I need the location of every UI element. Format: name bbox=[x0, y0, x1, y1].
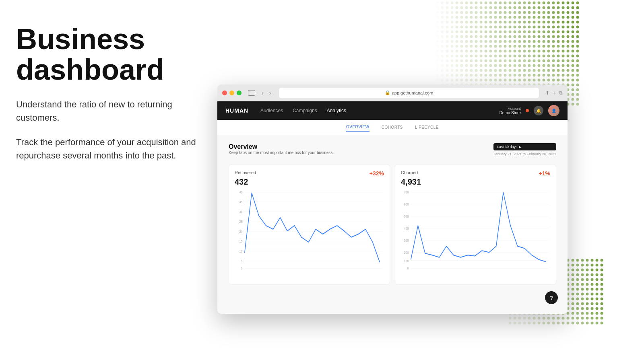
account-info: Account Demo Store bbox=[500, 107, 521, 115]
paragraph-1: Understand the ratio of new to returning… bbox=[16, 98, 201, 124]
overview-header: Overview Keep tabs on the most important… bbox=[229, 143, 556, 162]
chart-change-churned: +1% bbox=[539, 170, 550, 177]
svg-text:25: 25 bbox=[239, 220, 243, 224]
traffic-lights bbox=[222, 90, 242, 95]
svg-text:40: 40 bbox=[239, 190, 243, 194]
nav-item-audiences[interactable]: Audiences bbox=[260, 106, 283, 115]
svg-text:30: 30 bbox=[239, 210, 243, 214]
traffic-light-yellow[interactable] bbox=[229, 90, 234, 95]
account-label: Account bbox=[500, 107, 521, 111]
tabs-icon[interactable]: ⧉ bbox=[559, 90, 563, 96]
date-range-group: Last 30 days ▶ January 21, 2021 to Febru… bbox=[493, 143, 556, 162]
browser-chrome: ‹ › 🔒 app.gethumanai.com ⬆ + ⧉ bbox=[217, 84, 568, 101]
svg-text:200: 200 bbox=[404, 251, 409, 255]
date-range-text: January 21, 2021 to February 20, 2021 bbox=[493, 152, 556, 156]
notification-dot bbox=[526, 109, 529, 112]
sub-nav: OVERVIEW COHORTS LIFECYCLE bbox=[217, 120, 568, 135]
browser-controls: ‹ › bbox=[260, 89, 272, 97]
back-btn[interactable]: ‹ bbox=[260, 89, 265, 97]
svg-text:400: 400 bbox=[404, 226, 409, 230]
sub-nav-lifecycle[interactable]: LIFECYCLE bbox=[415, 123, 439, 131]
chart-card-recovered: Recovered +32% 432 40 35 30 25 20 15 10 … bbox=[229, 164, 390, 285]
svg-text:0: 0 bbox=[241, 266, 243, 270]
svg-text:5: 5 bbox=[241, 259, 243, 263]
nav-items: Audiences Campaigns Analytics bbox=[260, 106, 500, 115]
traffic-light-green[interactable] bbox=[237, 90, 242, 95]
chart-header-churned: Churned +1% bbox=[401, 170, 550, 177]
forward-btn[interactable]: › bbox=[268, 89, 273, 97]
browser-actions: ⬆ + ⧉ bbox=[545, 90, 563, 96]
chart-value-recovered: 432 bbox=[235, 177, 384, 187]
app-nav: HUMAN Audiences Campaigns Analytics Acco… bbox=[217, 101, 568, 120]
svg-text:300: 300 bbox=[404, 239, 409, 243]
browser-window: ‹ › 🔒 app.gethumanai.com ⬆ + ⧉ HUMAN Aud… bbox=[217, 84, 568, 314]
svg-text:700: 700 bbox=[404, 190, 409, 194]
chart-svg-churned: 700 600 500 400 300 200 100 0 bbox=[401, 190, 550, 270]
sub-nav-overview[interactable]: OVERVIEW bbox=[346, 123, 369, 132]
sub-nav-cohorts[interactable]: COHORTS bbox=[382, 123, 403, 131]
share-icon[interactable]: ⬆ bbox=[545, 90, 549, 96]
svg-text:0: 0 bbox=[407, 266, 409, 270]
traffic-light-red[interactable] bbox=[222, 90, 227, 95]
svg-text:100: 100 bbox=[404, 259, 409, 263]
overview-desc: Keep tabs on the most important metrics … bbox=[229, 150, 334, 155]
tab-icon bbox=[248, 90, 255, 96]
overview-title-group: Overview Keep tabs on the most important… bbox=[229, 143, 334, 156]
url-text: app.gethumanai.com bbox=[392, 90, 433, 95]
chart-value-churned: 4,931 bbox=[401, 177, 550, 187]
svg-text:35: 35 bbox=[239, 200, 243, 204]
app-logo: HUMAN bbox=[225, 107, 248, 114]
svg-text:10: 10 bbox=[239, 249, 243, 253]
left-section: Business dashboard Understand the ratio … bbox=[16, 24, 201, 173]
chart-card-churned: Churned +1% 4,931 700 600 500 400 300 20… bbox=[395, 164, 556, 285]
url-bar[interactable]: 🔒 app.gethumanai.com bbox=[279, 88, 539, 98]
nav-right: Account Demo Store 🔔 👤 bbox=[500, 105, 559, 116]
bell-icon[interactable]: 🔔 bbox=[534, 106, 543, 115]
main-content: Overview Keep tabs on the most important… bbox=[217, 135, 568, 314]
nav-item-analytics[interactable]: Analytics bbox=[327, 106, 346, 115]
chart-label-churned: Churned bbox=[401, 170, 418, 175]
svg-text:500: 500 bbox=[404, 214, 409, 218]
paragraph-2: Track the performance of your acquisitio… bbox=[16, 136, 201, 162]
chevron-right-icon: ▶ bbox=[519, 145, 521, 149]
chart-label-recovered: Recovered bbox=[235, 170, 256, 175]
chart-svg-recovered: 40 35 30 25 20 15 10 5 0 bbox=[235, 190, 384, 270]
app-content: HUMAN Audiences Campaigns Analytics Acco… bbox=[217, 101, 568, 314]
account-name: Demo Store bbox=[500, 111, 521, 115]
overview-title: Overview bbox=[229, 143, 334, 150]
help-button[interactable]: ? bbox=[545, 291, 558, 304]
avatar[interactable]: 👤 bbox=[548, 105, 559, 116]
charts-row: Recovered +32% 432 40 35 30 25 20 15 10 … bbox=[229, 164, 556, 285]
nav-item-campaigns[interactable]: Campaigns bbox=[293, 106, 317, 115]
main-heading: Business dashboard bbox=[16, 24, 201, 85]
new-tab-icon[interactable]: + bbox=[553, 90, 556, 96]
svg-text:20: 20 bbox=[239, 230, 243, 234]
svg-text:15: 15 bbox=[239, 239, 243, 243]
chart-change-recovered: +32% bbox=[369, 170, 384, 177]
chart-header-recovered: Recovered +32% bbox=[235, 170, 384, 177]
svg-text:600: 600 bbox=[404, 202, 409, 206]
date-range-btn[interactable]: Last 30 days ▶ bbox=[493, 143, 556, 150]
